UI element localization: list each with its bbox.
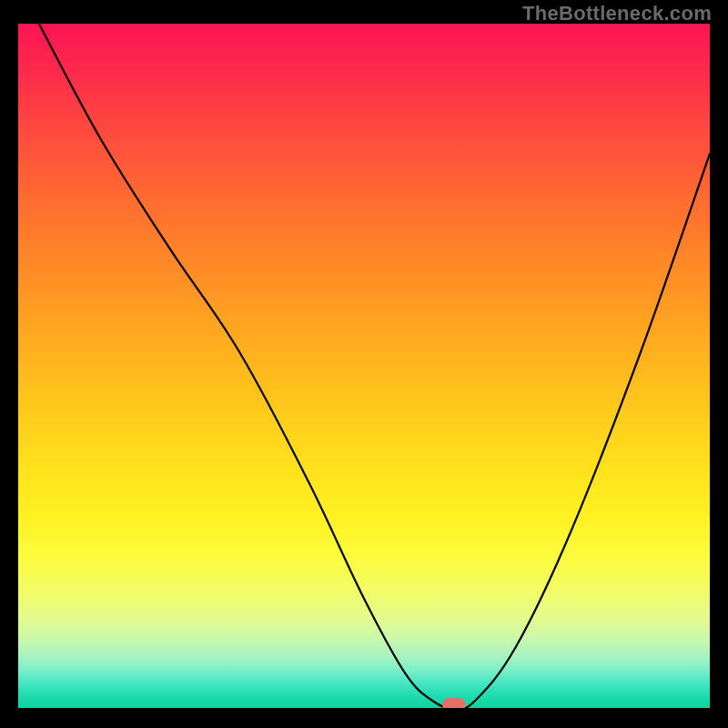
plot-area (18, 24, 710, 708)
watermark-text: TheBottleneck.com (522, 2, 712, 25)
optimal-point-marker (442, 698, 466, 708)
chart-frame: TheBottleneck.com (0, 0, 728, 728)
bottleneck-curve (18, 24, 710, 708)
curve-path (39, 24, 710, 708)
